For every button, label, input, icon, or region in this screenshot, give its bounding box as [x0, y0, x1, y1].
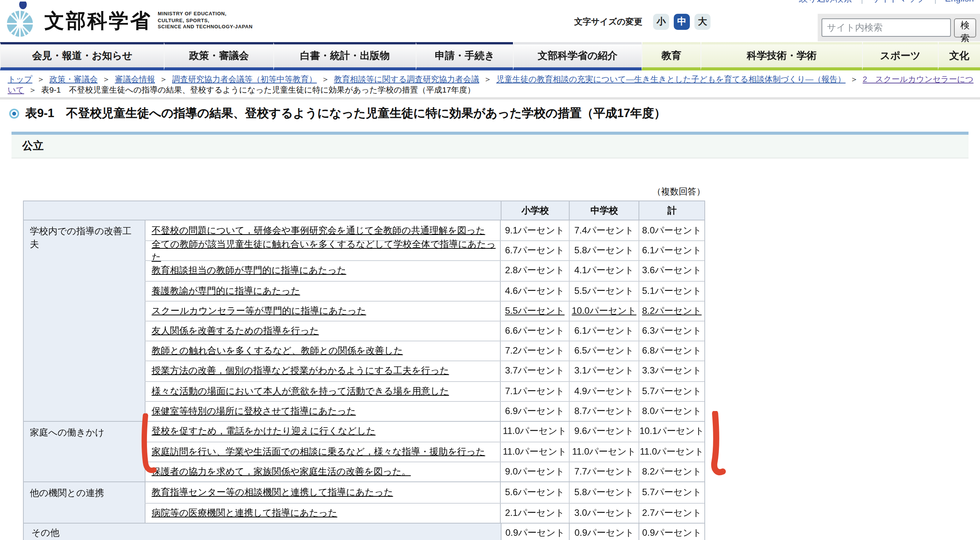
utility-link-2[interactable]: English	[945, 0, 974, 3]
search-button[interactable]: 検索	[954, 18, 976, 37]
table-row: 養護教諭が専門的に指導にあたった4.6パーセント5.5パーセント5.1パーセント	[145, 281, 704, 300]
value-cell: 8.0パーセント	[639, 401, 704, 421]
table-group-3: その他0.9パーセント0.9パーセント0.9パーセント	[24, 523, 704, 540]
breadcrumb-separator: ＞	[26, 85, 39, 94]
mext-table-page: 文部科学省 MINISTRY OF EDUCATION,CULTURE, SPO…	[0, 0, 980, 540]
mext-pinwheel-icon	[5, 2, 38, 40]
measure-cell: 様々な活動の場面において本人が意欲を持って活動できる場を用意した	[145, 382, 500, 401]
search-input[interactable]	[822, 18, 951, 37]
value-cell: 4.6パーセント	[500, 281, 569, 300]
measure-cell: 保護者の協力を求めて，家族関係や家庭生活の改善を図った。	[145, 463, 500, 482]
value-link[interactable]: 8.2パーセント	[642, 305, 702, 318]
measure-link[interactable]: 教師との触れ合いを多くするなど、教師との関係を改善した	[152, 344, 403, 357]
value-cell: 5.7パーセント	[639, 483, 704, 502]
font-size-switcher: 文字サイズの変更 小中大	[574, 14, 710, 30]
table-row: 保健室等特別の場所に登校させて指導にあたった6.9パーセント8.7パーセント8.…	[145, 401, 704, 421]
value-cell: 6.6パーセント	[500, 321, 569, 341]
table-body: 学校内での指導の改善工夫不登校の問題について，研修会や事例研究会を通じて全教師の…	[24, 220, 704, 540]
breadcrumb-item-5[interactable]: 児童生徒の教育相談の充実について—生き生きとした子どもを育てる相談体制づくり—（…	[496, 74, 845, 83]
font-size-label: 文字サイズの変更	[574, 16, 642, 28]
value-cell: 6.8パーセント	[639, 341, 704, 361]
value-cell: 5.1パーセント	[639, 281, 704, 300]
breadcrumb-item-0[interactable]: トップ	[8, 74, 33, 83]
measure-link[interactable]: 友人関係を改善するための指導を行った	[152, 325, 319, 338]
value-cell: 11.0パーセント	[639, 442, 704, 462]
measure-link[interactable]: 保健室等特別の場所に登校させて指導にあたった	[152, 405, 356, 418]
value-cell: 9.1パーセント	[500, 220, 569, 240]
measure-link[interactable]: 授業方法の改善，個別の指導など授業がわかるようにする工夫を行った	[152, 365, 449, 378]
category-cell: 家庭への働きかけ	[24, 422, 145, 482]
measure-link[interactable]: 家庭訪問を行い、学業や生活面での相談に乗るなど，様々な指導・援助を行った	[152, 445, 485, 458]
table-row: 保護者の協力を求めて，家族関係や家庭生活の改善を図った。9.0パーセント7.7パ…	[145, 462, 704, 482]
font-size-button-2[interactable]: 大	[694, 14, 710, 30]
value-cell: 8.7パーセント	[569, 401, 639, 421]
nav-tab-6[interactable]: 科学技術・学術	[701, 42, 862, 70]
breadcrumb-item-4[interactable]: 教育相談等に関する調査研究協力者会議	[334, 74, 479, 83]
nav-tab-2[interactable]: 白書・統計・出版物	[273, 42, 416, 70]
table-group-0: 学校内での指導の改善工夫不登校の問題について，研修会や事例研究会を通じて全教師の…	[24, 220, 704, 421]
breadcrumb-separator: ＞	[35, 74, 47, 83]
measure-cell: 家庭訪問を行い、学業や生活面での相談に乗るなど，様々な指導・援助を行った	[145, 442, 500, 462]
value-cell: 7.4パーセント	[569, 220, 639, 240]
value-cell: 10.0パーセント	[569, 302, 639, 321]
measure-link[interactable]: 登校を促すため，電話をかけたり迎えに行くなどした	[152, 425, 376, 438]
nav-tab-7[interactable]: スポーツ	[862, 42, 938, 70]
category-cell: 他の機関との連携	[24, 483, 145, 523]
utility-link-0[interactable]: 絞り込み検索	[799, 0, 852, 3]
utility-link-1[interactable]: サイトマップ	[872, 0, 926, 3]
breadcrumb-item-2[interactable]: 審議会情報	[115, 74, 155, 83]
measure-cell: 登校を促すため，電話をかけたり迎えに行くなどした	[145, 422, 500, 442]
logo-subtitle: MINISTRY OF EDUCATION,CULTURE, SPORTS,SC…	[158, 11, 253, 31]
breadcrumb-separator: ＞	[319, 74, 332, 83]
site-header: 文部科学省 MINISTRY OF EDUCATION,CULTURE, SPO…	[0, 0, 980, 42]
measure-link[interactable]: 教育相談担当の教師が専門的に指導にあたった	[152, 264, 346, 277]
title-bullet-icon	[9, 109, 19, 119]
nav-tab-0[interactable]: 会見・報道・お知らせ	[0, 42, 164, 70]
nav-tab-5[interactable]: 教育	[642, 42, 701, 70]
measure-link[interactable]: 養護教諭が専門的に指導にあたった	[152, 284, 300, 297]
table-row: 全ての教師が該当児童生徒に触れ合いを多くするなどして学校全体で指導にあたった6.…	[145, 240, 704, 260]
measure-link[interactable]: 不登校の問題について，研修会や事例研究会を通じて全教師の共通理解を図った	[152, 224, 485, 237]
value-cell: 6.9パーセント	[500, 401, 569, 421]
measure-cell: 全ての教師が該当児童生徒に触れ合いを多くするなどして学校全体で指導にあたった	[145, 241, 500, 260]
nav-tab-1[interactable]: 政策・審議会	[164, 42, 273, 70]
value-cell: 5.7パーセント	[639, 382, 704, 401]
breadcrumb-item-1[interactable]: 政策・審議会	[49, 74, 98, 83]
breadcrumb-separator: ＞	[848, 74, 861, 83]
measure-link[interactable]: スクールカウンセラー等が専門的に指導にあたった	[152, 305, 366, 318]
red-bracket-right	[707, 411, 727, 478]
title-row: 表9-1 不登校児童生徒への指導の結果、登校するようになった児童生徒に特に効果が…	[9, 106, 666, 122]
header-empty-cell	[24, 201, 500, 220]
breadcrumb-item-7: 表9-1 不登校児童生徒への指導の結果、登校するようになった児童生徒に特に効果が…	[41, 85, 475, 94]
measure-cell: スクールカウンセラー等が専門的に指導にあたった	[145, 302, 500, 321]
value-cell: 7.1パーセント	[500, 382, 569, 401]
measure-link[interactable]: 全ての教師が該当児童生徒に触れ合いを多くするなどして学校全体で指導にあたった	[152, 238, 500, 264]
breadcrumb-separator: ＞	[157, 74, 170, 83]
mext-logo[interactable]: 文部科学省 MINISTRY OF EDUCATION,CULTURE, SPO…	[5, 2, 253, 40]
measure-cell: 教育相談担当の教師が専門的に指導にあたった	[145, 261, 500, 281]
value-cell: 6.3パーセント	[639, 321, 704, 341]
page-title: 表9-1 不登校児童生徒への指導の結果、登校するようになった児童生徒に特に効果が…	[25, 106, 666, 122]
value-link[interactable]: 5.5パーセント	[505, 305, 565, 318]
value-cell: 3.1パーセント	[569, 362, 639, 381]
measure-link[interactable]: 様々な活動の場面において本人が意欲を持って活動できる場を用意した	[152, 385, 449, 398]
measure-cell: 病院等の医療機関と連携して指導にあたった	[145, 503, 500, 522]
value-cell: 2.1パーセント	[500, 503, 569, 522]
value-cell: 6.1パーセント	[639, 241, 704, 260]
measure-cell: 不登校の問題について，研修会や事例研究会を通じて全教師の共通理解を図った	[145, 220, 500, 240]
breadcrumb-separator: ＞	[100, 74, 113, 83]
value-cell: 3.7パーセント	[500, 362, 569, 381]
nav-tab-4[interactable]: 文部科学省の紹介	[513, 42, 642, 70]
nav-tab-8[interactable]: 文化	[938, 42, 980, 70]
column-header-0: 小学校	[500, 201, 569, 220]
font-size-button-1[interactable]: 中	[674, 14, 690, 30]
measure-link[interactable]: 保護者の協力を求めて，家族関係や家庭生活の改善を図った。	[152, 466, 411, 479]
value-link[interactable]: 10.0パーセント	[572, 305, 637, 318]
nav-tab-3[interactable]: 申請・手続き	[416, 42, 513, 70]
measure-link[interactable]: 病院等の医療機関と連携して指導にあたった	[152, 506, 337, 519]
measure-cell: 友人関係を改善するための指導を行った	[145, 321, 500, 341]
font-size-button-0[interactable]: 小	[653, 14, 669, 30]
breadcrumb-item-3[interactable]: 調査研究協力者会議等（初等中等教育）	[172, 74, 317, 83]
measure-link[interactable]: 教育指導センター等の相談機関と連携して指導にあたった	[152, 486, 393, 499]
measure-cell: 授業方法の改善，個別の指導など授業がわかるようにする工夫を行った	[145, 362, 500, 381]
